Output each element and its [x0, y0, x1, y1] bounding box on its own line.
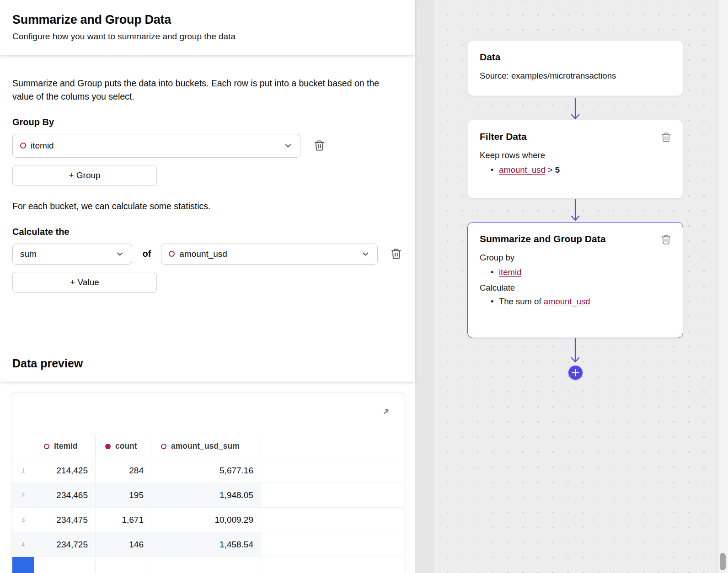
group-by-list: itemid	[491, 267, 671, 277]
add-value-button[interactable]: + Value	[12, 272, 157, 293]
calculate-item: The sum of amount_usd	[491, 297, 671, 307]
string-type-icon	[161, 444, 166, 449]
group-by-label: Group By	[12, 117, 403, 127]
value-column-select[interactable]: amount_usd	[161, 244, 377, 265]
calculate-row: sum of amount_usd	[12, 244, 403, 265]
column-header-itemid[interactable]: itemid	[34, 435, 96, 458]
group-column-ref[interactable]: itemid	[499, 267, 521, 277]
calculate-list: The sum of amount_usd	[491, 297, 671, 307]
cell-amount-usd-sum: 1,948.05	[151, 483, 261, 508]
calculate-section-label: Calculate	[480, 283, 671, 293]
delete-group-by-button[interactable]	[312, 139, 326, 153]
delete-node-button[interactable]	[659, 130, 673, 144]
node-title: Filter Data	[480, 131, 671, 142]
page-title: Summarize and Group Data	[12, 13, 403, 27]
add-step-button[interactable]	[568, 366, 583, 380]
cell-empty	[261, 483, 404, 508]
flow-arrow	[569, 199, 582, 221]
cell-empty	[261, 532, 404, 557]
cell-amount-usd-sum: 10,009.29	[151, 508, 261, 532]
group-by-select[interactable]: itemid	[12, 134, 300, 158]
intro-text: Summarize and Group puts the data into b…	[12, 77, 402, 103]
column-header-amount-usd-sum[interactable]: amount_usd_sum	[151, 435, 261, 458]
row-number-cell: 2	[12, 483, 34, 508]
app-window: Summarize and Group Data Configure how y…	[0, 0, 728, 573]
node-title: Summarize and Group Data	[480, 233, 671, 244]
expand-icon	[380, 408, 390, 418]
trash-icon	[313, 139, 326, 152]
string-type-icon	[169, 251, 175, 257]
cell-itemid: 234,465	[34, 483, 96, 508]
trash-icon	[390, 248, 402, 260]
cell-count: 1,671	[96, 508, 151, 532]
flow-arrow	[569, 338, 582, 363]
cell-count: 284	[96, 458, 151, 483]
filter-conditions: amount_usd>5	[491, 165, 671, 175]
cell-itemid: 234,725	[34, 532, 96, 557]
flow-arrow	[569, 98, 582, 120]
cell-itemid: 234,475	[34, 508, 96, 532]
flow-canvas: Data Source: examples/microtransactions …	[434, 0, 717, 573]
cell-amount-usd-sum: 1,458.54	[151, 532, 261, 557]
expand-table-button[interactable]	[379, 408, 390, 419]
chevron-down-icon	[115, 249, 124, 259]
string-type-icon	[44, 444, 49, 449]
column-header-count[interactable]: count	[96, 435, 151, 458]
cell-count: 146	[96, 532, 151, 557]
config-panel: Summarize and Group Data Configure how y…	[0, 0, 415, 573]
panel-header: Summarize and Group Data Configure how y…	[0, 0, 415, 55]
trash-icon	[660, 234, 672, 245]
chevron-down-icon	[284, 141, 293, 150]
aggregation-select[interactable]: sum	[12, 244, 132, 265]
column-header-empty	[261, 435, 404, 458]
plus-icon	[572, 369, 579, 377]
calculate-label: Calculate the	[12, 227, 403, 237]
column-header-label: count	[115, 441, 137, 451]
page-subtitle: Configure how you want to summarize and …	[12, 32, 403, 42]
filter-condition: amount_usd>5	[491, 165, 671, 175]
calc-column-ref[interactable]: amount_usd	[544, 297, 590, 306]
config-form: Summarize and Group puts the data into b…	[0, 58, 415, 382]
add-group-button[interactable]: + Group	[12, 165, 157, 186]
cell-itemid: 214,425	[34, 458, 96, 483]
delete-node-button[interactable]	[659, 233, 673, 246]
column-header-label: itemid	[54, 441, 78, 451]
node-filter-data[interactable]: Filter Data Keep rows where amount_usd>5	[467, 120, 683, 198]
cell-empty	[261, 458, 404, 483]
of-label: of	[142, 249, 151, 259]
preview-grid: itemid count amount_usd_sum 1 214,425 28…	[12, 435, 404, 573]
scrollbar-thumb[interactable]	[720, 553, 726, 570]
cell-amount-usd-sum	[151, 557, 261, 573]
row-number-cell: 3	[12, 508, 34, 532]
cell-empty	[261, 557, 404, 573]
vertical-scrollbar	[717, 0, 728, 573]
string-type-icon	[20, 143, 26, 149]
row-number-cell: 1	[12, 458, 34, 483]
filter-column-ref[interactable]: amount_usd	[499, 165, 546, 175]
data-preview-title: Data preview	[12, 357, 403, 370]
data-preview-table: itemid count amount_usd_sum 1 214,425 28…	[12, 392, 404, 573]
aggregation-selected-value: sum	[20, 249, 37, 259]
number-type-icon	[105, 444, 111, 449]
delete-value-button[interactable]	[390, 247, 403, 261]
cell-count: 195	[96, 483, 151, 508]
row-number-cell: 4	[12, 532, 34, 557]
cell-empty	[261, 508, 404, 532]
chevron-down-icon	[361, 249, 370, 259]
row-number-header	[12, 435, 34, 458]
cell-count	[96, 557, 151, 573]
statistics-hint-text: For each bucket, we can calculate some s…	[12, 200, 402, 213]
trash-icon	[660, 132, 672, 143]
panel-divider[interactable]	[415, 0, 434, 573]
node-data[interactable]: Data Source: examples/microtransactions	[467, 40, 683, 96]
group-by-selected-value: itemid	[31, 141, 54, 151]
group-by-item: itemid	[491, 267, 671, 277]
row-number-cell-selected[interactable]	[12, 557, 34, 573]
node-summarize-group-selected[interactable]: Summarize and Group Data Group by itemid…	[467, 222, 683, 338]
filter-operator: >	[548, 165, 553, 175]
node-title: Data	[480, 52, 671, 63]
value-column-selected: amount_usd	[179, 249, 227, 259]
node-source-text: Source: examples/microtransactions	[480, 70, 671, 82]
cell-itemid	[34, 557, 96, 573]
filter-value: 5	[555, 165, 560, 175]
